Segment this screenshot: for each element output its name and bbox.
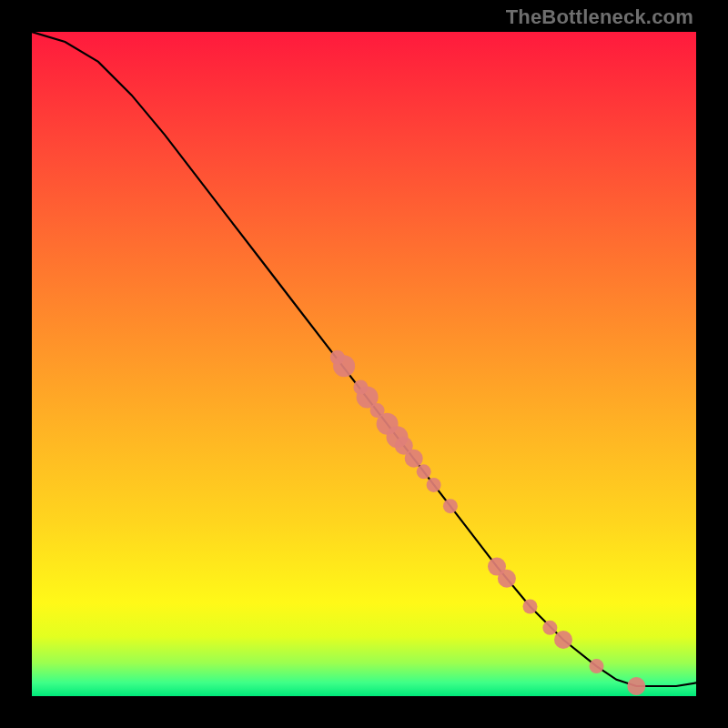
curve-path bbox=[32, 32, 696, 686]
plot-area bbox=[32, 32, 696, 696]
marker-group bbox=[330, 350, 646, 695]
marker-point bbox=[542, 621, 557, 635]
chart-stage: TheBottleneck.com bbox=[0, 0, 728, 728]
marker-point bbox=[523, 600, 538, 614]
marker-point bbox=[405, 450, 423, 468]
curve-layer bbox=[32, 32, 696, 696]
watermark-text: TheBottleneck.com bbox=[506, 5, 693, 29]
marker-point bbox=[554, 631, 572, 649]
marker-point bbox=[427, 478, 441, 492]
marker-point bbox=[590, 659, 604, 673]
marker-point bbox=[333, 355, 355, 377]
marker-point bbox=[443, 499, 458, 513]
marker-point bbox=[498, 570, 516, 588]
marker-point bbox=[627, 677, 645, 695]
marker-point bbox=[417, 464, 431, 479]
